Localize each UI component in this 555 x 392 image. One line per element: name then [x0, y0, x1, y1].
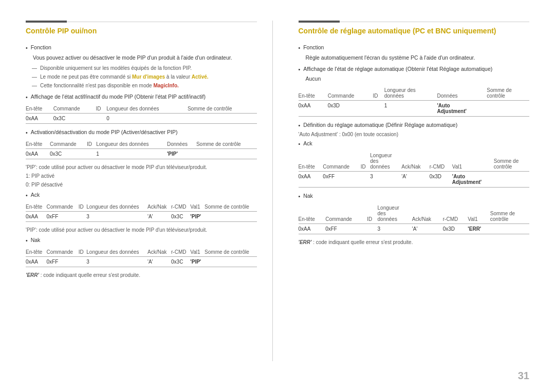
top-bar-left	[26, 21, 257, 23]
td-somme	[205, 211, 256, 221]
td-commande: 0xFF	[323, 171, 361, 187]
td-entete: 0xAA	[26, 148, 50, 159]
table-row: 0xAA 0xFF 3 'A' 0x3D 'AutoAdjustment'	[299, 171, 530, 187]
fonction-bullet-right: • Fonction	[299, 44, 530, 51]
nak-bullet-left: • Nak	[26, 237, 257, 244]
activation-pip-label: Activation/désactivation du mode PIP (Ac…	[31, 129, 178, 136]
td-id	[373, 100, 384, 116]
th-id-r1: ID	[373, 86, 384, 101]
bullet-dot-5: •	[26, 237, 28, 244]
th-entete-ack: En-tête	[26, 202, 46, 212]
td-rcmd: 0x3D	[443, 223, 468, 234]
td-id	[79, 211, 87, 221]
th-entete-2: En-tête	[26, 140, 50, 149]
fonction-label-right: Fonction	[303, 44, 324, 51]
td-val1: 'PIP'	[190, 211, 205, 221]
th-entete-r1: En-tête	[299, 86, 328, 101]
fonction-desc-right: Règle automatiquement l'écran du système…	[306, 54, 530, 62]
td-rcmd: 0x3D	[430, 171, 452, 187]
td-id	[361, 171, 370, 187]
th-somme-ack: Somme de contrôle	[205, 202, 256, 212]
th-somme-rack: Somme decontrôle	[494, 151, 529, 172]
td-entete: 0xAA	[299, 100, 328, 116]
bullet-dot-r1: •	[299, 45, 301, 51]
th-donnees-2: Données	[167, 140, 196, 149]
affichage-bullet-right: • Affichage de l'état de réglage automat…	[299, 66, 530, 72]
td-rcmd: 0x3C	[171, 256, 190, 267]
aucun-label: Aucun	[306, 76, 530, 82]
nak-label-right: Nak	[303, 193, 313, 199]
pip-note-1: 'PIP': code utilisé pour activer ou désa…	[26, 164, 257, 170]
affichage-pip-label: Affichage de l'état actif/inactif du mod…	[31, 94, 206, 100]
td-entete: 0xAA	[26, 256, 46, 267]
td-donnees: 'PIP'	[167, 148, 196, 159]
bullet-dot-r4: •	[299, 141, 301, 147]
th-somme-nak: Somme de contrôle	[205, 248, 256, 257]
em-item-0: — Disponible uniquement sur les modèles …	[32, 65, 257, 72]
th-rcmd-nak: r-CMD	[171, 248, 190, 257]
th-rcmd-rnak: r-CMD	[443, 203, 468, 224]
th-acknak-ack: Ack/Nak	[147, 202, 171, 212]
td-val1: 'AutoAdjustment'	[452, 171, 494, 187]
th-rcmd-ack: r-CMD	[171, 202, 190, 212]
table-etat-pip: En-tête Commande ID Longueur des données…	[26, 104, 257, 124]
top-bar-accent-right	[299, 21, 340, 23]
th-longueur-2: Longueur des données	[96, 140, 167, 149]
td-commande: 0xFF	[46, 256, 78, 267]
th-commande-r1: Commande	[328, 86, 373, 101]
em-text-0: Disponible uniquement sur les modèles éq…	[40, 65, 192, 72]
th-somme-2: Somme de contrôle	[196, 140, 257, 149]
activation-pip-bullet: • Activation/désactivation du mode PIP (…	[26, 129, 257, 136]
th-commande-2: Commande	[50, 140, 87, 149]
auto-adj-note: 'Auto Adjustment' : 0x00 (en toute occas…	[299, 132, 530, 137]
th-val1-ack: Val1	[190, 202, 205, 212]
definition-label-right: Définition du réglage automatique (Défin…	[303, 122, 457, 128]
td-commande: 0x3C	[50, 148, 87, 159]
ack-label-left: Ack	[31, 192, 40, 198]
td-rcmd: 0x3C	[171, 211, 190, 221]
th-id-ack: ID	[79, 202, 87, 212]
td-id	[96, 113, 106, 123]
table-nak-right: En-tête Commande ID Longueurdesdonnées A…	[299, 203, 530, 234]
th-longueur-1: Longueur des données	[106, 104, 188, 114]
th-entete-nak: En-tête	[26, 248, 46, 257]
th-val1-rnak: Val1	[468, 203, 490, 224]
td-val1: 'ERR'	[468, 223, 490, 234]
em-dash-2: —	[32, 82, 37, 89]
th-entete-1: En-tête	[26, 104, 53, 114]
table-ack-left: En-tête Commande ID Longueur des données…	[26, 202, 257, 222]
td-donnees: 'AutoAdjustment'	[437, 100, 487, 116]
bullet-dot-2: •	[26, 94, 28, 100]
td-acknak: 'A'	[401, 171, 429, 187]
pip-desactivé: 0: PIP désactivé	[26, 182, 257, 188]
th-commande-nak: Commande	[46, 248, 78, 257]
em-dash-1: —	[32, 73, 37, 81]
left-section-title: Contrôle PIP oui/non	[26, 27, 257, 37]
top-bar-accent	[26, 21, 67, 23]
page: Contrôle PIP oui/non • Fonction Vous pou…	[0, 0, 555, 392]
th-longueur-ack: Longueur des données	[86, 202, 147, 212]
em-text-1: Le mode ne peut pas être commandé si Mur…	[40, 73, 209, 81]
td-commande: 0xFF	[46, 211, 78, 221]
td-entete: 0xAA	[299, 223, 326, 234]
th-donnees-r1: Données	[437, 86, 487, 101]
table-activation-pip: En-tête Commande ID Longueur des données…	[26, 140, 257, 159]
th-id-nak: ID	[79, 248, 87, 257]
em-item-2: — Cette fonctionnalité n'est pas disponi…	[32, 82, 257, 89]
td-entete: 0xAA	[26, 211, 46, 221]
td-acknak: 'A'	[147, 256, 171, 267]
fonction-label: Fonction	[31, 44, 51, 51]
td-somme	[487, 100, 529, 116]
page-number: 31	[518, 370, 529, 382]
bullet-dot-r3: •	[299, 122, 301, 128]
affichage-label-right: Affichage de l'état de réglage automatiq…	[303, 66, 492, 72]
nak-label-left: Nak	[31, 237, 41, 244]
th-somme-r1: Somme decontrôle	[487, 86, 529, 101]
th-val1-rack: Val1	[452, 151, 494, 172]
td-somme	[490, 223, 529, 234]
td-commande: 0xFF	[325, 223, 367, 234]
th-id-1: ID	[96, 104, 106, 114]
td-entete: 0xAA	[26, 113, 53, 123]
td-acknak: 'A'	[147, 211, 171, 221]
em-text-2: Cette fonctionnalité n'est pas disponibl…	[40, 82, 179, 89]
